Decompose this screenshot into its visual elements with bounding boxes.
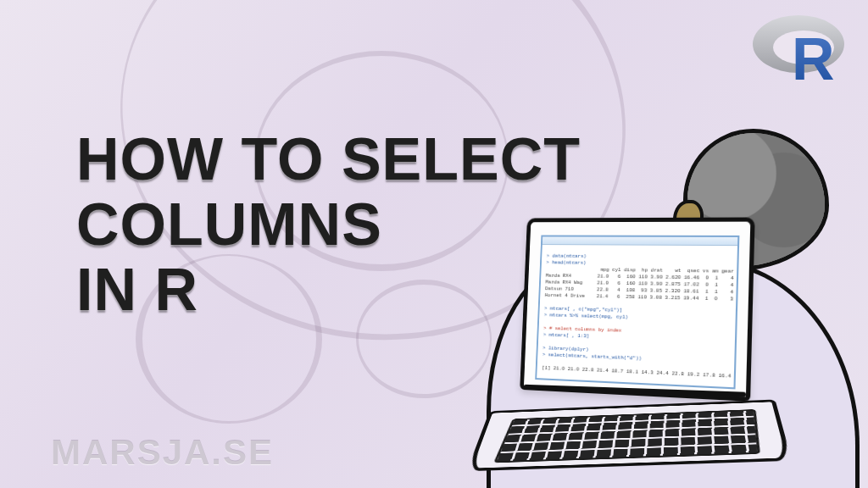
code-line: > mtcars %>% select(mpg, cyl) (544, 312, 628, 320)
code-line: > mtcars[ , 1:3] (543, 332, 589, 340)
code-line: > head(mtcars) (546, 259, 586, 265)
laptop-base (466, 399, 792, 471)
site-watermark: MARSJA.SE (51, 432, 274, 473)
code-window-body: > data(mtcars) > head(mtcars) mpg cyl di… (542, 247, 734, 387)
code-window: > data(mtcars) > head(mtcars) mpg cyl di… (535, 236, 739, 390)
r-language-logo-icon: R (749, 10, 851, 88)
laptop-screen: > data(mtcars) > head(mtcars) mpg cyl di… (520, 217, 754, 401)
laptop-keyboard (493, 409, 760, 463)
code-line: > select(mtcars, starts_with("d")) (542, 352, 642, 362)
code-line: > data(mtcars) (547, 253, 587, 259)
r-logo-letter: R (792, 26, 835, 88)
laptop: > data(mtcars) > head(mtcars) mpg cyl di… (474, 212, 788, 488)
code-line: [1] 21.0 21.0 22.8 21.4 18.7 18.1 14.3 2… (542, 365, 739, 381)
person-at-laptop-illustration: > data(mtcars) > head(mtcars) mpg cyl di… (461, 98, 868, 488)
